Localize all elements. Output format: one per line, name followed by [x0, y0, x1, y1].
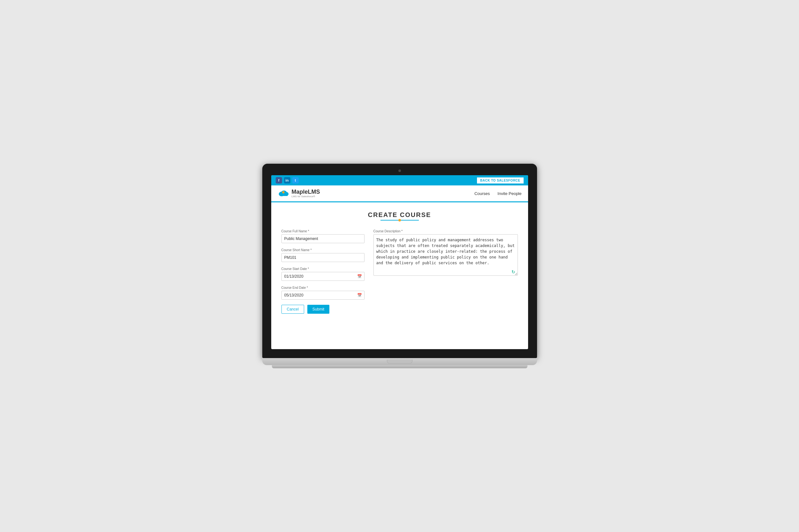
logo-icon — [278, 189, 289, 198]
screen: f in t BACK TO SALESFORCE — [271, 175, 528, 349]
svg-point-4 — [282, 191, 284, 193]
full-name-input[interactable] — [282, 234, 364, 243]
end-date-calendar-icon[interactable]: 📅 — [357, 293, 362, 298]
description-textarea[interactable]: The study of public policy and managemen… — [374, 234, 518, 276]
short-name-label: Course Short Name * — [282, 248, 364, 252]
main-content: CREATE COURSE Course Full Name * Course … — [271, 202, 528, 349]
end-date-wrapper: 📅 — [282, 291, 364, 300]
description-group: Course Description * The study of public… — [374, 229, 518, 277]
laptop-container: f in t BACK TO SALESFORCE — [262, 164, 537, 368]
form-left: Course Full Name * Course Short Name * C… — [282, 229, 364, 314]
linkedin-icon[interactable]: in — [284, 177, 290, 184]
logo-text: MapleLMS LMS for Salesforce® — [292, 189, 320, 198]
short-name-group: Course Short Name * — [282, 248, 364, 262]
refresh-icon[interactable]: ↻ — [511, 269, 515, 274]
form-buttons: Cancel Submit — [282, 305, 364, 314]
facebook-icon[interactable]: f — [276, 177, 282, 184]
description-wrapper: The study of public policy and managemen… — [374, 234, 518, 277]
full-name-group: Course Full Name * — [282, 229, 364, 243]
camera — [398, 169, 401, 172]
nav-bar: MapleLMS LMS for Salesforce® Courses Inv… — [271, 185, 528, 202]
end-date-group: Course End Date * 📅 — [282, 286, 364, 300]
top-bar: f in t BACK TO SALESFORCE — [271, 175, 528, 185]
laptop-base — [262, 358, 537, 365]
nav-links: Courses Invite People — [474, 191, 522, 196]
form-layout: Course Full Name * Course Short Name * C… — [282, 229, 518, 314]
nav-courses[interactable]: Courses — [474, 191, 490, 196]
logo-area: MapleLMS LMS for Salesforce® — [278, 189, 320, 198]
start-date-wrapper: 📅 — [282, 272, 364, 281]
laptop-notch — [387, 360, 413, 363]
start-date-input[interactable] — [282, 272, 364, 281]
submit-button[interactable]: Submit — [307, 305, 329, 314]
start-date-label: Course Start Date * — [282, 267, 364, 271]
cancel-button[interactable]: Cancel — [282, 305, 304, 314]
page-title: CREATE COURSE — [282, 211, 518, 218]
start-date-group: Course Start Date * 📅 — [282, 267, 364, 281]
logo-subtitle: LMS for Salesforce® — [292, 195, 320, 198]
start-date-calendar-icon[interactable]: 📅 — [357, 274, 362, 279]
end-date-label: Course End Date * — [282, 286, 364, 289]
nav-invite-people[interactable]: Invite People — [497, 191, 521, 196]
screen-bezel: f in t BACK TO SALESFORCE — [262, 164, 537, 358]
back-to-salesforce-button[interactable]: BACK TO SALESFORCE — [477, 177, 524, 184]
description-label: Course Description * — [374, 229, 518, 233]
form-right: Course Description * The study of public… — [374, 229, 518, 314]
end-date-input[interactable] — [282, 291, 364, 300]
social-icons: f in t — [276, 177, 299, 184]
full-name-label: Course Full Name * — [282, 229, 364, 233]
logo-title: MapleLMS — [292, 189, 320, 195]
short-name-input[interactable] — [282, 253, 364, 262]
svg-rect-3 — [280, 194, 287, 196]
title-underline — [381, 220, 419, 221]
twitter-icon[interactable]: t — [292, 177, 299, 184]
page-title-section: CREATE COURSE — [282, 211, 518, 221]
laptop-foot — [272, 365, 527, 368]
